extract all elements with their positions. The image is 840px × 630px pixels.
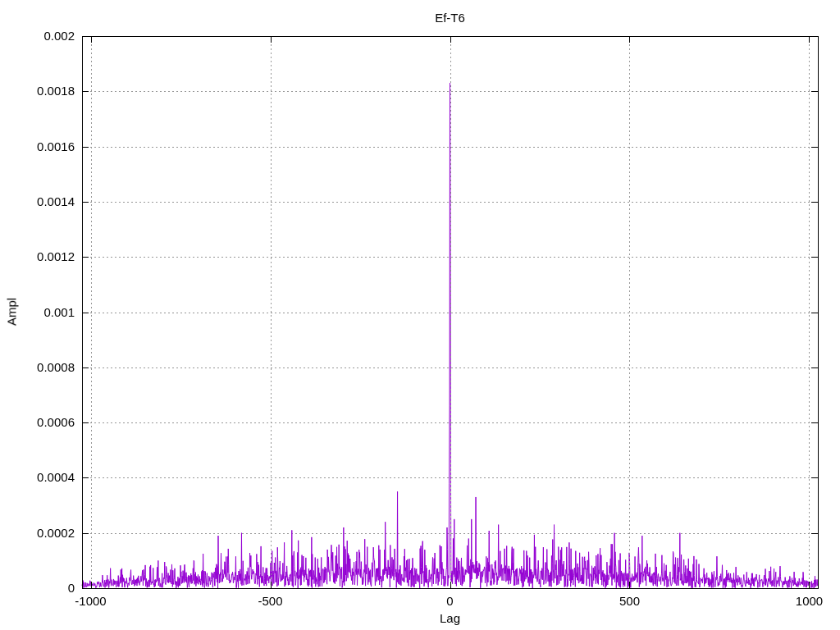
x-tick-label: 0 bbox=[416, 594, 485, 609]
y-tick-label: 0.0016 bbox=[0, 139, 75, 154]
y-tick-label: 0.0018 bbox=[0, 84, 75, 98]
plot-area-canvas bbox=[0, 0, 840, 630]
y-tick-label: 0.0014 bbox=[0, 194, 75, 209]
y-tick-label: 0.0008 bbox=[0, 360, 75, 375]
y-tick-label: 0.0002 bbox=[0, 526, 75, 541]
chart-title: Ef-T6 bbox=[82, 11, 818, 25]
x-tick-label: 500 bbox=[595, 594, 664, 609]
y-tick-label: 0.0004 bbox=[0, 470, 75, 485]
correlation-plot-figure: Ef-T6 Ampl Lag 00.00020.00040.00060.0008… bbox=[0, 0, 840, 630]
y-tick-label: 0.002 bbox=[0, 29, 75, 43]
y-tick-label: 0.001 bbox=[0, 305, 75, 320]
x-tick-label: -1000 bbox=[57, 594, 126, 609]
y-tick-label: 0.0006 bbox=[0, 415, 75, 430]
x-tick-label: 1000 bbox=[774, 594, 840, 609]
y-tick-label: 0.0012 bbox=[0, 249, 75, 264]
x-tick-label: -500 bbox=[236, 594, 305, 609]
x-axis-label: Lag bbox=[82, 611, 818, 625]
